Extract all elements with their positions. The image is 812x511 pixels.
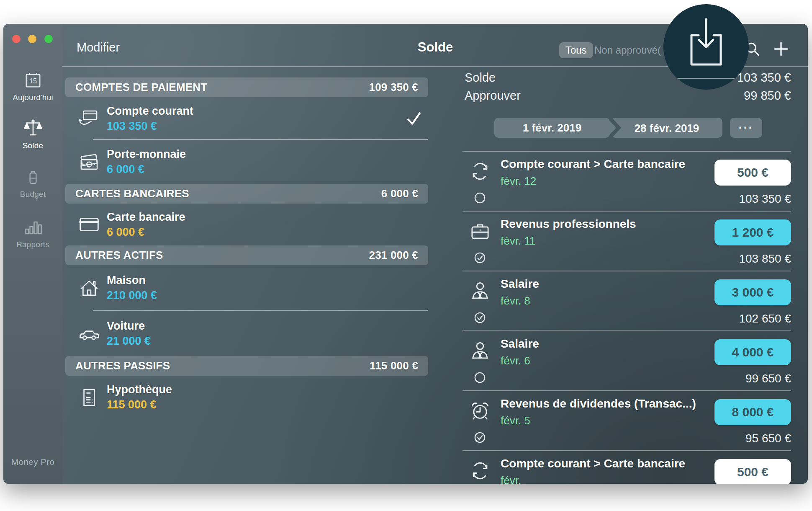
- transaction-date: févr.: [501, 474, 521, 484]
- amount-pill[interactable]: 500 €: [714, 459, 791, 484]
- account-name: Hypothèque: [107, 383, 172, 396]
- account-row[interactable]: Voiture 21 000 €: [65, 311, 428, 356]
- sidebar-item-money-pro[interactable]: Money Pro: [3, 448, 62, 467]
- transaction-title: Compte courant > Carte bancaire: [501, 157, 685, 171]
- minimize-button[interactable]: [28, 35, 36, 43]
- close-button[interactable]: [12, 35, 21, 43]
- transaction-date: févr. 5: [501, 414, 530, 427]
- car-icon: [78, 322, 100, 345]
- account-amount: 6 000 €: [107, 226, 185, 239]
- running-balance: 103 350 €: [739, 192, 791, 206]
- transaction-date: févr. 12: [501, 175, 536, 188]
- account-row[interactable]: Compte courant 103 350 €: [65, 97, 428, 140]
- date-more-button[interactable]: ···: [730, 118, 762, 138]
- credit-card-icon: [78, 213, 100, 236]
- person-icon: [469, 280, 491, 302]
- summary-approve-value: 99 850 €: [674, 89, 791, 103]
- account-name: Porte-monnaie: [107, 148, 186, 161]
- house-icon: [78, 277, 100, 299]
- section-header: COMPTES DE PAIEMENT 109 350 €: [65, 77, 428, 97]
- selected-check-icon: [406, 111, 421, 126]
- transaction-title: Revenus professionnels: [501, 217, 636, 231]
- transaction-title: Revenus de dividendes (Transac...): [501, 397, 696, 410]
- account-row[interactable]: Maison 210 000 €: [65, 265, 428, 311]
- add-button[interactable]: [773, 41, 789, 57]
- cash-icon: [78, 151, 100, 173]
- account-name: Compte courant: [107, 105, 193, 118]
- app-window: 15Aujourd'huiSoldeBudgetRapports Money P…: [3, 24, 808, 484]
- section-header: AUTRES PASSIFS 115 000 €: [65, 356, 428, 376]
- running-balance: 102 650 €: [739, 312, 791, 325]
- amount-pill[interactable]: 500 €: [714, 160, 791, 186]
- document-icon: [78, 386, 100, 409]
- hand-card-icon: [78, 107, 100, 130]
- transaction-row[interactable]: Compte courant > Carte bancaire févr. 50…: [463, 450, 791, 484]
- briefcase-icon: [469, 220, 491, 243]
- account-row[interactable]: Hypothèque 115 000 €: [65, 376, 428, 419]
- account-amount: 6 000 €: [107, 163, 186, 176]
- check-circle-icon[interactable]: [474, 431, 486, 444]
- calendar-icon: 15: [23, 71, 43, 90]
- section-header: AUTRES ACTIFS 231 000 €: [65, 245, 428, 265]
- transaction-row[interactable]: Salaire févr. 6 4 000 € 99 650 €: [463, 330, 791, 390]
- edit-button[interactable]: Modifier: [77, 41, 120, 54]
- check-circle-icon[interactable]: [474, 252, 486, 264]
- account-name: Voiture: [107, 320, 151, 333]
- transaction-date: févr. 11: [501, 235, 535, 248]
- account-row[interactable]: Porte-monnaie 6 000 €: [65, 140, 428, 184]
- transaction-row[interactable]: Revenus de dividendes (Transac...) févr.…: [463, 390, 791, 450]
- sidebar: 15Aujourd'huiSoldeBudgetRapports Money P…: [3, 24, 62, 484]
- sidebar-item-budget[interactable]: Budget: [3, 168, 62, 199]
- sidebar-item-rapports[interactable]: Rapports: [3, 217, 62, 249]
- transaction-title: Salaire: [501, 337, 539, 351]
- running-balance: 95 650 €: [745, 432, 791, 445]
- amount-pill[interactable]: 1 200 €: [714, 219, 791, 245]
- filter-tab-unapproved[interactable]: Non approuvé(: [594, 44, 661, 56]
- transaction-title: Salaire: [501, 277, 539, 291]
- svg-text:15: 15: [29, 77, 36, 85]
- alarm-icon: [469, 400, 491, 422]
- summary-approve-label: Approuver: [465, 89, 521, 103]
- account-amount: 210 000 €: [107, 289, 157, 302]
- account-amount: 21 000 €: [107, 335, 151, 348]
- empty-circle-icon[interactable]: [474, 372, 486, 384]
- filter-tab-all[interactable]: Tous: [559, 42, 593, 58]
- account-amount: 103 350 €: [107, 120, 193, 133]
- running-balance: 99 650 €: [745, 372, 791, 385]
- empty-circle-icon[interactable]: [474, 192, 486, 204]
- transaction-date: févr. 6: [501, 354, 530, 367]
- transaction-date: févr. 8: [501, 294, 530, 307]
- account-amount: 115 000 €: [107, 398, 172, 411]
- sidebar-item-aujourdhui[interactable]: 15Aujourd'hui: [3, 71, 62, 102]
- accounts-panel: COMPTES DE PAIEMENT 109 350 € Compte cou…: [65, 77, 428, 419]
- transaction-title: Compte courant > Carte bancaire: [501, 457, 685, 470]
- amount-pill[interactable]: 8 000 €: [714, 399, 791, 425]
- battery-icon: [24, 168, 42, 187]
- transfer-icon: [469, 160, 491, 183]
- sidebar-item-solde[interactable]: Solde: [3, 118, 62, 150]
- amount-pill[interactable]: 4 000 €: [714, 339, 791, 365]
- amount-pill[interactable]: 3 000 €: [714, 279, 791, 305]
- import-icon: [681, 15, 731, 70]
- running-balance: 103 850 €: [739, 252, 791, 266]
- page-title: Solde: [393, 40, 477, 55]
- scales-icon: [23, 118, 43, 138]
- summary-balance-label: Solde: [465, 71, 496, 85]
- check-circle-icon[interactable]: [474, 312, 486, 324]
- transactions-list: Compte courant > Carte bancaire févr. 12…: [463, 151, 791, 484]
- account-row[interactable]: Carte bancaire 6 000 €: [65, 204, 428, 245]
- transaction-row[interactable]: Compte courant > Carte bancaire févr. 12…: [463, 151, 791, 211]
- transaction-row[interactable]: Revenus professionnels févr. 11 1 200 € …: [463, 211, 791, 271]
- account-name: Maison: [107, 274, 157, 287]
- date-to-button[interactable]: 28 févr. 2019: [611, 118, 722, 138]
- section-header: CARTES BANCAIRES 6 000 €: [65, 184, 428, 204]
- transaction-row[interactable]: Salaire févr. 8 3 000 € 102 650 €: [463, 271, 791, 330]
- bar-chart-icon: [23, 217, 43, 237]
- person-icon: [469, 340, 491, 362]
- import-button-spotlight[interactable]: [663, 4, 749, 90]
- zoom-button[interactable]: [44, 35, 53, 43]
- transfer-icon: [469, 459, 491, 482]
- date-from-button[interactable]: 1 févr. 2019: [494, 118, 610, 138]
- account-name: Carte bancaire: [107, 211, 185, 224]
